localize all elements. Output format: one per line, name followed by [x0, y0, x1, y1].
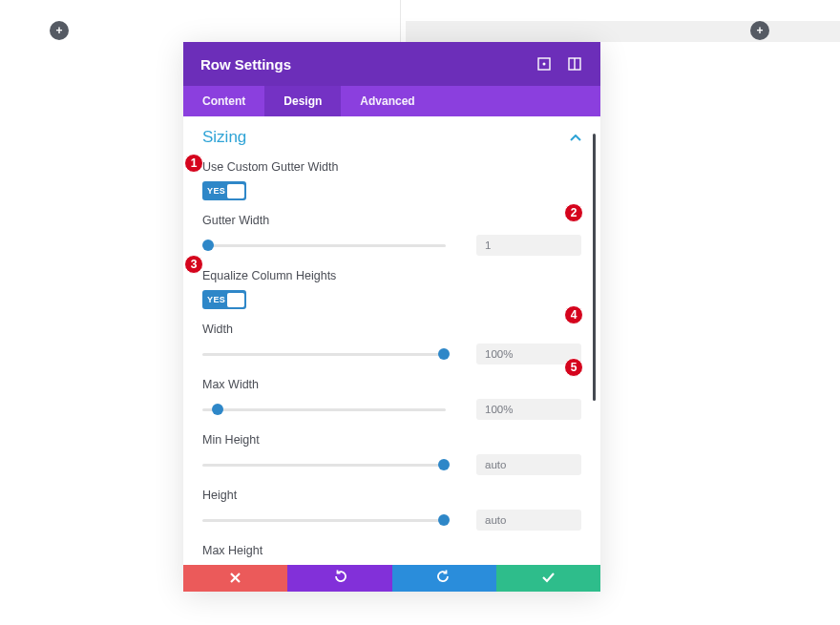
toggle-yes-label: YES [207, 186, 225, 196]
gutter-width-slider[interactable] [202, 239, 446, 252]
slider-thumb[interactable] [438, 459, 450, 470]
redo-button[interactable] [392, 565, 496, 592]
modal-header: Row Settings [183, 42, 600, 86]
tab-design[interactable]: Design [264, 86, 341, 116]
tab-content[interactable]: Content [183, 86, 264, 116]
height-label: Height [202, 489, 581, 502]
min-height-label: Min Height [202, 433, 581, 447]
undo-icon [333, 570, 346, 587]
add-module-right-button[interactable]: + [750, 21, 769, 40]
redo-icon [437, 570, 451, 587]
chevron-up-icon [570, 130, 581, 145]
annotation-badge-2: 2 [564, 203, 583, 222]
slider-thumb[interactable] [438, 348, 450, 360]
width-label: Width [202, 323, 581, 336]
modal-footer [183, 565, 600, 592]
cancel-button[interactable] [183, 565, 287, 592]
height-slider[interactable] [202, 513, 446, 527]
background-topbar [406, 21, 840, 42]
use-custom-gutter-label: Use Custom Gutter Width [202, 160, 581, 174]
annotation-badge-1: 1 [184, 154, 203, 173]
slider-thumb[interactable] [438, 514, 450, 526]
use-custom-gutter-toggle[interactable]: YES [202, 181, 246, 200]
add-module-left-button[interactable]: + [50, 21, 69, 40]
settings-tabs: Content Design Advanced [183, 86, 600, 116]
slider-track [202, 408, 446, 411]
check-icon [542, 570, 555, 587]
max-height-label: Max Height [202, 544, 581, 557]
scrollbar[interactable] [593, 134, 596, 401]
toggle-knob [227, 293, 244, 307]
annotation-badge-3: 3 [184, 255, 203, 274]
gutter-width-label: Gutter Width [202, 214, 581, 227]
max-width-slider[interactable] [202, 403, 446, 416]
undo-button[interactable] [287, 565, 391, 592]
close-icon [230, 570, 241, 587]
equalize-heights-label: Equalize Column Heights [202, 269, 581, 282]
row-settings-modal: Row Settings Content Design Advanced Siz… [183, 42, 600, 592]
min-height-input[interactable]: auto [476, 454, 581, 475]
slider-track [202, 244, 446, 247]
max-width-label: Max Width [202, 378, 581, 391]
plus-icon: + [756, 25, 763, 36]
column-layout-icon[interactable] [566, 55, 583, 73]
svg-point-1 [543, 63, 546, 66]
annotation-badge-5: 5 [564, 358, 583, 377]
min-height-slider[interactable] [202, 458, 446, 471]
max-width-input[interactable]: 100% [476, 399, 581, 420]
tab-advanced[interactable]: Advanced [341, 86, 433, 116]
slider-track [202, 519, 446, 522]
plus-icon: + [55, 25, 62, 36]
toggle-knob [227, 184, 244, 198]
section-header[interactable]: Sizing [202, 128, 581, 147]
slider-thumb[interactable] [202, 240, 214, 251]
slider-thumb[interactable] [212, 404, 223, 415]
toggle-yes-label: YES [207, 295, 225, 304]
slider-track [202, 353, 446, 356]
slider-track [202, 464, 446, 467]
modal-title: Row Settings [200, 56, 522, 73]
height-input[interactable]: auto [476, 510, 581, 531]
sizing-section-title: Sizing [202, 128, 570, 147]
annotation-badge-4: 4 [564, 305, 583, 324]
width-slider[interactable] [202, 347, 446, 361]
save-button[interactable] [496, 565, 600, 592]
gutter-width-input[interactable]: 1 [476, 235, 581, 256]
equalize-heights-toggle[interactable]: YES [202, 290, 246, 309]
modal-body: Sizing Use Custom Gutter Width YES Gutte… [183, 116, 600, 565]
expand-icon[interactable] [536, 55, 553, 73]
